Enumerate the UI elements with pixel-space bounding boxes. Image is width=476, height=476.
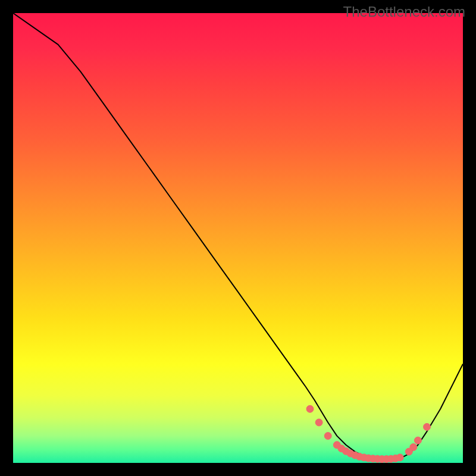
watermark-text: TheBottleneck.com (343, 4, 465, 20)
data-point (414, 437, 421, 444)
chart-plot-area (13, 13, 463, 463)
data-point (410, 444, 417, 451)
data-point-markers (306, 405, 431, 462)
data-point (324, 433, 331, 440)
chart-svg-layer (13, 13, 463, 463)
bottleneck-curve (13, 13, 463, 459)
data-point (424, 424, 431, 431)
data-point (396, 454, 403, 461)
data-point (306, 405, 314, 412)
data-point (315, 419, 322, 426)
